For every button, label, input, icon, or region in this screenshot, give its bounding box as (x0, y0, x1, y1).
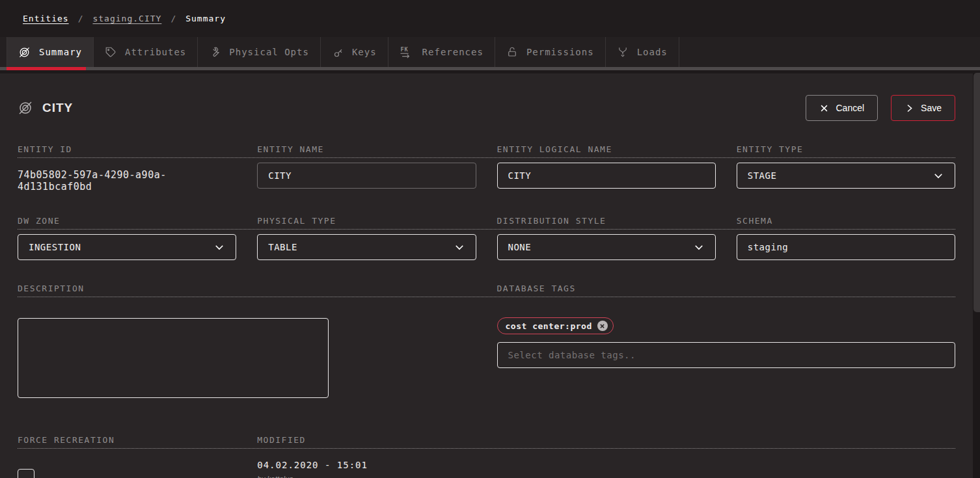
entity-name-label: ENTITY NAME (257, 144, 476, 154)
database-tag-label: cost center:prod (506, 321, 592, 331)
description-label: DESCRIPTION (18, 284, 236, 293)
entity-icon (18, 46, 31, 59)
dw-zone-label: DW ZONE (18, 216, 236, 226)
entity-id-value: 74b05802-597a-4290-a90a-4d131bcaf0bd (18, 163, 236, 193)
breadcrumb-separator: / (78, 14, 84, 23)
tab-physical-opts[interactable]: Physical Opts (198, 37, 321, 67)
entity-id-label: ENTITY ID (18, 144, 236, 154)
tab-label: Permissions (526, 47, 594, 57)
database-tags-input-wrapper (497, 342, 956, 368)
schema-input[interactable] (737, 234, 955, 260)
tab-label: Physical Opts (229, 47, 309, 57)
tab-summary[interactable]: Summary (7, 37, 94, 67)
lock-icon (506, 46, 518, 58)
modified-timestamp: 04.02.2020 - 15:01 (257, 460, 476, 470)
tab-loads[interactable]: Loads (606, 37, 679, 67)
remove-tag-icon[interactable] (597, 321, 608, 331)
entity-logical-name-label: ENTITY LOGICAL NAME (497, 144, 716, 154)
database-tags-label: DATABASE TAGS (497, 284, 716, 293)
entity-type-selected-value: STAGE (748, 170, 777, 181)
physical-type-label: PHYSICAL TYPE (257, 216, 476, 226)
tab-label: Summary (39, 47, 82, 57)
tab-label: Keys (352, 47, 377, 57)
tabbar-underline (0, 67, 980, 70)
entity-tabbar: Summary Attributes Physical Opts (0, 37, 980, 70)
physical-type-selected-value: TABLE (268, 242, 297, 252)
tab-label: References (422, 47, 483, 57)
description-textarea[interactable] (18, 318, 329, 398)
tab-references[interactable]: FK References (388, 37, 495, 67)
breadcrumb-entity-link[interactable]: staging.CITY (92, 14, 161, 23)
tab-label: Loads (637, 47, 668, 57)
breadcrumb-current-page: Summary (185, 14, 226, 23)
chevron-down-icon (932, 170, 944, 181)
breadcrumb-separator: / (170, 14, 176, 23)
cancel-button[interactable]: Cancel (806, 95, 878, 121)
save-button-label: Save (921, 103, 942, 113)
fk-icon: FK (400, 46, 414, 59)
save-button[interactable]: Save (891, 95, 955, 121)
entity-name-input[interactable] (257, 163, 476, 189)
chevron-down-icon (454, 241, 465, 253)
schema-label: SCHEMA (737, 216, 955, 226)
entity-icon (18, 100, 33, 116)
database-tag-chip: cost center:prod (497, 317, 614, 334)
tabbar-shadow (0, 70, 980, 73)
tab-permissions[interactable]: Permissions (495, 37, 606, 67)
dw-zone-select[interactable]: INGESTION (18, 234, 236, 260)
distribution-style-selected-value: NONE (508, 242, 532, 252)
svg-text:FK: FK (400, 46, 408, 53)
tab-keys[interactable]: Keys (321, 37, 388, 67)
entity-summary-form: CITY Cancel Save ENTI (0, 92, 980, 478)
entity-type-select[interactable]: STAGE (737, 163, 955, 189)
dw-zone-selected-value: INGESTION (29, 242, 81, 252)
wrench-icon (209, 46, 221, 58)
merge-icon (617, 46, 629, 58)
distribution-style-select[interactable]: NONE (497, 234, 716, 260)
page-title: CITY (42, 101, 73, 115)
entity-logical-name-input[interactable] (497, 163, 716, 189)
force-recreation-checkbox[interactable] (18, 469, 34, 478)
cancel-button-label: Cancel (836, 103, 864, 113)
vertical-scrollbar-thumb[interactable] (973, 73, 980, 312)
entity-type-label: ENTITY TYPE (737, 144, 955, 154)
chevron-down-icon (213, 241, 225, 253)
chevron-down-icon (693, 241, 705, 253)
force-recreation-label: FORCE RECREATION (18, 435, 236, 445)
tag-icon (105, 46, 116, 58)
tab-attributes[interactable]: Attributes (94, 37, 198, 67)
close-icon (819, 103, 829, 113)
tab-label: Attributes (125, 47, 186, 57)
physical-type-select[interactable]: TABLE (257, 234, 476, 260)
vertical-scrollbar-track[interactable] (973, 73, 980, 478)
modified-label: MODIFIED (257, 435, 476, 445)
chevron-right-icon (905, 103, 914, 113)
modified-by: by kattelus (257, 475, 476, 478)
key-icon (332, 46, 344, 58)
database-tags-input[interactable] (508, 350, 945, 360)
breadcrumb-entities-link[interactable]: Entities (23, 14, 69, 23)
distribution-style-label: DISTRIBUTION STYLE (497, 216, 716, 226)
breadcrumb: Entities / staging.CITY / Summary (0, 0, 980, 37)
active-tab-marker (7, 67, 86, 70)
